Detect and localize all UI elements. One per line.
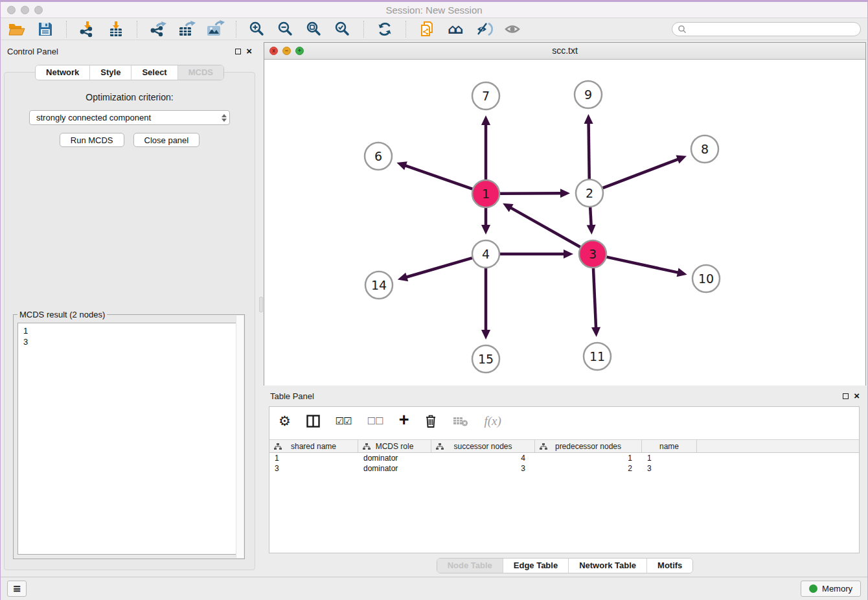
divider-handle[interactable]: [259, 297, 263, 312]
edge-2-9[interactable]: [584, 114, 593, 179]
network-graph[interactable]: 1234678910111415: [264, 60, 865, 385]
graph-node-2[interactable]: 2: [576, 179, 603, 207]
column-header-shared-name[interactable]: shared name: [269, 440, 358, 452]
table-row[interactable]: 3 dominator 3 2 3: [269, 463, 859, 474]
show-all-icon[interactable]: [503, 19, 522, 39]
graph-node-6[interactable]: 6: [365, 143, 392, 170]
edge-3-10[interactable]: [606, 257, 687, 277]
import-network-icon[interactable]: [78, 19, 97, 39]
tab-select[interactable]: Select: [131, 65, 177, 80]
cell-successor-nodes[interactable]: 3: [431, 463, 535, 474]
mac-close-button[interactable]: [7, 6, 16, 14]
search-icon: [678, 25, 687, 34]
table-panel-close-button[interactable]: ×: [854, 392, 860, 400]
edge-4-15[interactable]: [481, 268, 490, 340]
table-panel-title: Table Panel: [270, 391, 314, 401]
criterion-select[interactable]: strongly connected component: [29, 110, 230, 125]
search-input[interactable]: [689, 25, 855, 34]
cell-predecessor-nodes[interactable]: 2: [535, 463, 642, 474]
delete-table-icon[interactable]: [453, 411, 468, 431]
search-box[interactable]: [672, 22, 861, 36]
edge-4-3[interactable]: [500, 249, 573, 259]
graph-node-7[interactable]: 7: [472, 82, 499, 110]
select-all-icon[interactable]: ☑☑: [336, 411, 352, 431]
function-builder-icon[interactable]: f(x): [484, 411, 501, 431]
cell-shared-name[interactable]: 3: [269, 463, 358, 474]
column-header-successor-nodes[interactable]: successor nodes: [431, 440, 535, 452]
column-header-name[interactable]: name: [642, 440, 697, 452]
zoom-selected-icon[interactable]: [333, 19, 352, 39]
mac-minimize-button[interactable]: [21, 6, 29, 14]
export-network-icon[interactable]: [148, 19, 168, 39]
open-session-icon[interactable]: [7, 19, 27, 39]
save-session-icon[interactable]: [36, 19, 55, 39]
run-mcds-button[interactable]: Run MCDS: [60, 133, 124, 147]
graph-node-10[interactable]: 10: [692, 265, 720, 292]
cell-name[interactable]: 1: [642, 453, 697, 463]
cell-successor-nodes[interactable]: 4: [431, 453, 535, 463]
column-header-mcds-role[interactable]: MCDS role: [358, 440, 431, 452]
graph-node-8[interactable]: 8: [691, 135, 718, 163]
clone-network-icon[interactable]: [417, 19, 437, 39]
delete-column-icon[interactable]: [424, 411, 437, 431]
edge-3-1[interactable]: [503, 203, 580, 247]
graph-node-3[interactable]: 3: [579, 240, 606, 268]
edge-3-11[interactable]: [591, 268, 600, 337]
edge-1-4[interactable]: [481, 208, 490, 235]
table-settings-icon[interactable]: ⚙: [279, 411, 291, 431]
add-column-icon[interactable]: +: [399, 411, 409, 430]
cell-shared-name[interactable]: 1: [269, 453, 358, 463]
network-canvas[interactable]: 1234678910111415: [264, 60, 865, 387]
zoom-in-icon[interactable]: [247, 19, 267, 39]
network-close-button[interactable]: x: [269, 47, 278, 55]
column-header-predecessor-nodes[interactable]: predecessor nodes: [535, 440, 642, 452]
task-history-button[interactable]: ≡: [7, 581, 27, 597]
export-image-icon[interactable]: [205, 19, 225, 39]
deselect-all-icon[interactable]: ☐☐: [367, 411, 383, 431]
graph-node-4[interactable]: 4: [472, 240, 499, 268]
table-row[interactable]: 1 dominator 4 1 1: [269, 453, 859, 463]
edge-1-6[interactable]: [396, 161, 472, 189]
tab-style[interactable]: Style: [89, 65, 131, 80]
tab-network-table[interactable]: Network Table: [568, 559, 646, 573]
tab-network[interactable]: Network: [36, 65, 89, 80]
graph-node-11[interactable]: 11: [584, 343, 611, 370]
hide-selected-icon[interactable]: [474, 19, 494, 39]
tab-node-table[interactable]: Node Table: [437, 559, 503, 573]
first-neighbors-icon[interactable]: ⌂⌂: [446, 19, 465, 39]
cell-mcds-role[interactable]: dominator: [358, 463, 431, 474]
import-table-icon[interactable]: [106, 19, 126, 39]
cell-mcds-role[interactable]: dominator: [358, 453, 431, 463]
column-type-icon: [540, 443, 547, 450]
mcds-result-scrollbar[interactable]: [236, 316, 244, 558]
control-panel-float-button[interactable]: [235, 49, 241, 54]
graph-node-1[interactable]: 1: [472, 180, 499, 207]
column-panel-icon[interactable]: [306, 411, 320, 431]
zoom-fit-icon[interactable]: [304, 19, 324, 39]
mac-maximize-button[interactable]: [34, 6, 43, 14]
edge-2-8[interactable]: [603, 156, 687, 189]
panel-divider[interactable]: [258, 42, 264, 577]
network-maximize-button[interactable]: +: [295, 47, 304, 55]
export-table-icon[interactable]: [177, 19, 196, 39]
edge-2-3[interactable]: [587, 207, 596, 235]
control-panel-close-button[interactable]: ×: [246, 47, 252, 55]
tab-edge-table[interactable]: Edge Table: [503, 559, 568, 573]
graph-node-14[interactable]: 14: [365, 271, 393, 299]
close-panel-button[interactable]: Close panel: [133, 133, 200, 147]
table-panel-float-button[interactable]: [843, 393, 849, 399]
tab-mcds[interactable]: MCDS: [177, 65, 223, 80]
cell-name[interactable]: 3: [642, 463, 697, 474]
zoom-out-icon[interactable]: [276, 19, 295, 39]
edge-4-14[interactable]: [398, 258, 472, 281]
edge-1-7[interactable]: [481, 115, 490, 179]
network-minimize-button[interactable]: −: [282, 47, 291, 55]
tab-motifs[interactable]: Motifs: [646, 559, 692, 573]
cell-predecessor-nodes[interactable]: 1: [535, 453, 642, 463]
edge-1-2[interactable]: [500, 189, 570, 198]
apply-layout-icon[interactable]: [375, 19, 394, 39]
graph-node-15[interactable]: 15: [472, 345, 499, 373]
network-window-titlebar[interactable]: x − + scc.txt: [264, 43, 865, 60]
graph-node-9[interactable]: 9: [575, 81, 602, 108]
memory-button[interactable]: Memory: [801, 581, 861, 597]
